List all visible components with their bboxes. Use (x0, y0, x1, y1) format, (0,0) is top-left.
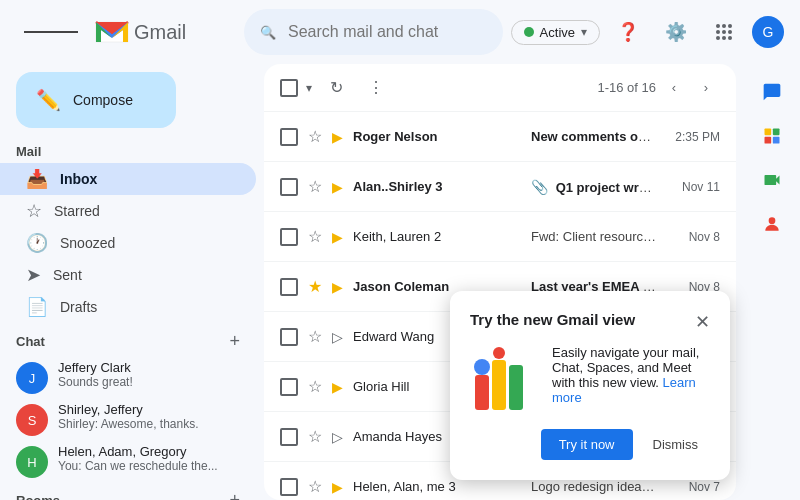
email-time: Nov 8 (665, 230, 720, 244)
star-icon[interactable]: ☆ (308, 177, 322, 196)
sent-label: Sent (53, 267, 240, 283)
add-chat-button[interactable]: + (229, 331, 240, 352)
dismiss-button[interactable]: Dismiss (641, 429, 711, 460)
chat-item-shirley[interactable]: S Shirley, Jeffery Shirley: Awesome, tha… (0, 398, 256, 440)
star-icon[interactable]: ☆ (308, 127, 322, 146)
search-bar[interactable]: 🔍 (244, 9, 503, 55)
email-sender: Helen, Alan, me 3 (353, 479, 523, 494)
important-icon[interactable]: ▶ (332, 179, 343, 195)
try-it-now-button[interactable]: Try it now (541, 429, 633, 460)
rp-contacts-icon[interactable] (752, 204, 792, 244)
pagination: 1-16 of 16 ‹ › (597, 74, 720, 102)
star-icon[interactable]: ☆ (308, 377, 322, 396)
starred-label: Starred (54, 203, 240, 219)
pagination-prev[interactable]: ‹ (660, 74, 688, 102)
chevron-select-icon[interactable]: ▾ (306, 81, 312, 95)
svg-point-0 (716, 24, 720, 28)
email-list-header: ▾ ↻ ⋮ 1-16 of 16 ‹ › (264, 64, 736, 112)
select-all-checkbox[interactable] (280, 79, 298, 97)
help-button[interactable]: ❓ (608, 12, 648, 52)
add-room-button[interactable]: + (229, 490, 240, 500)
sidebar-item-inbox[interactable]: 📥 Inbox (0, 163, 256, 195)
important-icon[interactable]: ▶ (332, 479, 343, 495)
sidebar-item-starred[interactable]: ☆ Starred (0, 195, 256, 227)
compose-button[interactable]: ✏️ Compose (16, 72, 176, 128)
star-icon[interactable]: ☆ (308, 327, 322, 346)
email-checkbox[interactable] (280, 478, 298, 496)
important-icon[interactable]: ▷ (332, 429, 343, 445)
chat-item-jeffery[interactable]: J Jeffery Clark Sounds great! (0, 356, 256, 398)
email-checkbox[interactable] (280, 328, 298, 346)
sidebar-item-snoozed[interactable]: 🕐 Snoozed (0, 227, 256, 259)
chat-item-helen[interactable]: H Helen, Adam, Gregory You: Can we resch… (0, 440, 256, 482)
popup-body: Easily navigate your mail, Chat, Spaces,… (470, 345, 710, 415)
pagination-next[interactable]: › (692, 74, 720, 102)
search-icon: 🔍 (260, 25, 276, 40)
svg-point-18 (493, 347, 505, 359)
important-icon[interactable]: ▶ (332, 279, 343, 295)
chat-preview-shirley: Shirley: Awesome, thanks. (58, 417, 240, 431)
chat-info-shirley: Shirley, Jeffery Shirley: Awesome, thank… (58, 402, 240, 431)
svg-rect-16 (509, 365, 523, 410)
star-icon[interactable]: ★ (308, 277, 322, 296)
hamburger-menu[interactable] (16, 20, 86, 44)
svg-point-3 (716, 30, 720, 34)
apps-button[interactable] (704, 12, 744, 52)
chat-avatar-shirley: S (16, 404, 48, 436)
popup-close-button[interactable]: ✕ (695, 311, 710, 333)
topbar-left: Gmail (16, 18, 236, 46)
svg-rect-15 (492, 360, 506, 410)
search-input[interactable] (288, 23, 487, 41)
drafts-label: Drafts (60, 299, 240, 315)
right-panel (744, 64, 800, 500)
email-checkbox[interactable] (280, 428, 298, 446)
email-subject: Q1 project wrap-up (556, 180, 657, 195)
status-badge[interactable]: Active ▾ (511, 20, 600, 45)
starred-icon: ☆ (26, 200, 42, 222)
email-row[interactable]: ☆ ▶ Roger Nelson New comments on MCR2020… (264, 112, 736, 162)
star-icon[interactable]: ☆ (308, 427, 322, 446)
gmail-view-popup: Try the new Gmail view ✕ Easily navigate… (450, 291, 730, 480)
important-icon[interactable]: ▶ (332, 129, 343, 145)
email-checkbox[interactable] (280, 128, 298, 146)
avatar[interactable]: G (752, 16, 784, 48)
important-icon[interactable]: ▷ (332, 329, 343, 345)
settings-button[interactable]: ⚙️ (656, 12, 696, 52)
svg-point-7 (722, 36, 726, 40)
inbox-icon: 📥 (26, 168, 48, 190)
topbar-right: Active ▾ ❓ ⚙️ G (511, 12, 784, 52)
important-icon[interactable]: ▶ (332, 379, 343, 395)
svg-point-5 (728, 30, 732, 34)
email-checkbox[interactable] (280, 278, 298, 296)
rp-chat-icon[interactable] (752, 72, 792, 112)
sidebar: ✏️ Compose Mail 📥 Inbox ☆ Starred 🕐 Snoo… (0, 64, 256, 500)
svg-rect-9 (765, 129, 772, 136)
sent-icon: ➤ (26, 264, 41, 286)
email-row[interactable]: ☆ ▶ Alan..Shirley 3 📎 Q1 project wrap-up… (264, 162, 736, 212)
inbox-label: Inbox (60, 171, 240, 187)
email-subject: Logo redesign ideas (531, 479, 655, 494)
rp-spaces-icon[interactable] (752, 116, 792, 156)
svg-point-17 (474, 359, 490, 375)
chat-name-shirley: Shirley, Jeffery (58, 402, 240, 417)
chevron-down-icon: ▾ (581, 25, 587, 39)
sidebar-item-sent[interactable]: ➤ Sent (0, 259, 256, 291)
important-icon[interactable]: ▶ (332, 229, 343, 245)
email-checkbox[interactable] (280, 178, 298, 196)
email-row[interactable]: ☆ ▶ Keith, Lauren 2 Fwd: Client resource… (264, 212, 736, 262)
rp-meet-icon[interactable] (752, 160, 792, 200)
svg-rect-14 (475, 375, 489, 410)
sidebar-item-drafts[interactable]: 📄 Drafts (0, 291, 256, 323)
star-icon[interactable]: ☆ (308, 227, 322, 246)
star-icon[interactable]: ☆ (308, 477, 322, 496)
email-checkbox[interactable] (280, 378, 298, 396)
svg-point-13 (769, 217, 776, 224)
refresh-button[interactable]: ↻ (320, 72, 352, 104)
popup-illustration (470, 345, 540, 415)
more-options-button[interactable]: ⋮ (360, 72, 392, 104)
compose-icon: ✏️ (36, 88, 61, 112)
email-checkbox[interactable] (280, 228, 298, 246)
svg-point-1 (722, 24, 726, 28)
popup-actions: Try it now Dismiss (470, 429, 710, 460)
chat-name-helen: Helen, Adam, Gregory (58, 444, 240, 459)
